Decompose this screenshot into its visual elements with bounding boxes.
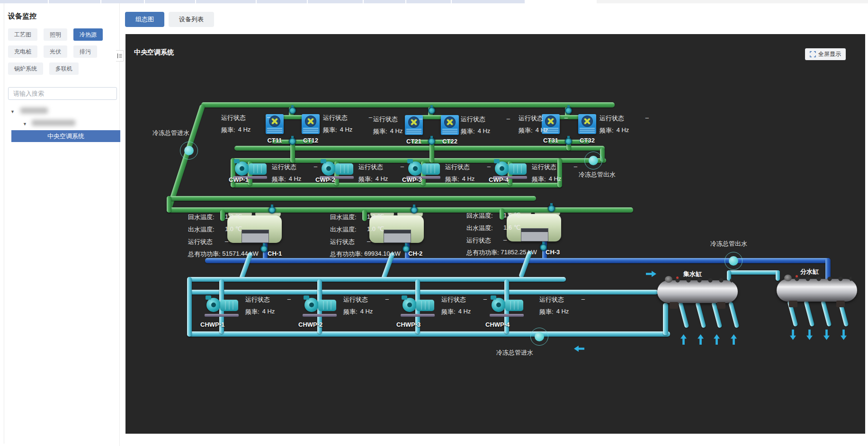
return-temp-label: 回水温度: xyxy=(330,213,367,222)
run-status-label: 运行状态 xyxy=(532,163,556,171)
tank-indicator xyxy=(796,275,798,277)
total-power-label: 总有功功率: xyxy=(188,250,221,259)
category-button-sewage[interactable]: 排污 xyxy=(73,45,97,58)
frequency-label: 频率: xyxy=(343,308,358,316)
sidebar: 设备监控 工艺图 照明 冷热源 充电桩 光伏 排污 锅炉系统 多联机 ▼ ▼ 中… xyxy=(4,3,120,446)
browser-tab[interactable] xyxy=(0,0,49,3)
browser-tab[interactable] xyxy=(364,0,406,3)
category-button-lighting[interactable]: 照明 xyxy=(44,28,67,41)
browser-tab[interactable] xyxy=(196,0,257,3)
pump-volute xyxy=(403,298,417,312)
return-temp-value: 1.6 ℃ xyxy=(503,212,520,220)
pipe-label-supply-outlet: 冷冻总管出水 xyxy=(710,240,747,248)
category-button-vrf[interactable]: 多联机 xyxy=(49,62,79,75)
valve-icon xyxy=(565,107,572,114)
device-id: CT31 xyxy=(537,137,565,144)
run-status-label: 运行状态 xyxy=(600,114,624,123)
tab-strip-filler xyxy=(597,0,868,3)
pump-chwp-2[interactable] xyxy=(301,295,339,317)
return-temp-label: 回水温度: xyxy=(188,213,225,222)
tab-device-list[interactable]: 设备列表 xyxy=(169,12,214,27)
cooling-tower-ct32[interactable] xyxy=(578,114,596,134)
tree-item-redacted[interactable] xyxy=(20,107,48,114)
run-status-value: – xyxy=(564,114,568,123)
browser-tab[interactable] xyxy=(452,0,526,3)
run-status-label: 运行状态 xyxy=(343,295,368,304)
run-status-value: – xyxy=(225,238,228,246)
ch-2-stats: 回水温度:1.9 ℃ 出水温度:1.0 ℃ 运行状态– 总有功功率: 69934… xyxy=(330,213,406,262)
cooling-tower-ct12[interactable] xyxy=(302,114,320,134)
frequency-label: 频率: xyxy=(600,126,614,135)
pipe-label-right-outlet: 冷冻总管出水 xyxy=(579,170,616,179)
browser-tab[interactable] xyxy=(257,0,308,3)
pump-volute xyxy=(408,161,422,176)
chwp-3-stats: 运行状态– 频率:4 Hz xyxy=(441,295,487,316)
flow-sensor-icon[interactable] xyxy=(530,328,548,346)
device-id: CT21 xyxy=(400,138,428,145)
category-button-pv[interactable]: 光伏 xyxy=(44,45,67,58)
fan-icon xyxy=(582,116,593,127)
device-id: CHWP-2 xyxy=(298,321,322,328)
chevron-down-icon[interactable]: ▼ xyxy=(10,109,15,114)
run-status-label: 运行状态 xyxy=(323,114,348,122)
flow-sensor-icon[interactable] xyxy=(584,152,602,169)
category-button-charging[interactable]: 充电桩 xyxy=(8,45,37,58)
sidebar-collapse-button[interactable] xyxy=(116,50,124,62)
browser-tab[interactable] xyxy=(101,0,145,3)
browser-tab[interactable] xyxy=(308,0,364,3)
run-status-label: 运行状态 xyxy=(539,295,564,304)
tab-diagram[interactable]: 组态图 xyxy=(125,12,164,27)
browser-tab-active[interactable] xyxy=(526,0,597,3)
device-id: CT12 xyxy=(296,137,325,144)
pump-chwp-3[interactable] xyxy=(399,295,437,317)
pipe-label-left-inlet: 冷冻总管进水 xyxy=(152,129,189,137)
tree-item-central-ac-selected[interactable]: 中央空调系统 xyxy=(11,130,120,142)
browser-tab[interactable] xyxy=(406,0,452,3)
frequency-label: 频率: xyxy=(519,126,533,135)
return-temp-value: 1.9 ℃ xyxy=(367,213,384,222)
device-id: CT32 xyxy=(573,137,601,144)
frequency-label: 频率: xyxy=(272,175,286,184)
search-input[interactable] xyxy=(8,87,117,100)
run-status-label: 运行状态 xyxy=(221,114,246,122)
sidebar-title: 设备监控 xyxy=(8,12,116,21)
flow-sensor-icon[interactable] xyxy=(180,142,198,160)
total-power-label: 总有功功率: xyxy=(330,250,363,259)
category-button-hvac-source[interactable]: 冷热源 xyxy=(73,28,103,41)
run-status-label: 运行状态 xyxy=(188,238,225,246)
total-power-label: 总有功功率: xyxy=(466,249,499,257)
tank-indicator xyxy=(676,277,679,279)
valve-icon xyxy=(411,206,418,214)
pump-chwp-1[interactable] xyxy=(203,295,241,317)
tank-ports xyxy=(795,277,851,281)
pipe xyxy=(167,196,171,213)
flow-sensor-icon[interactable] xyxy=(725,252,743,270)
device-id: CH-2 xyxy=(408,250,422,257)
run-status-label: 运行状态 xyxy=(445,163,470,171)
device-id: CH-1 xyxy=(268,250,282,257)
category-button-boiler[interactable]: 锅炉系统 xyxy=(8,62,43,75)
frequency-label: 频率: xyxy=(539,308,554,316)
category-button-process[interactable]: 工艺图 xyxy=(8,28,37,41)
cooling-tower-ct22[interactable] xyxy=(441,115,459,135)
pump-motor xyxy=(416,300,434,311)
flow-arrow-down-icon xyxy=(841,330,847,340)
run-status-value: – xyxy=(367,238,370,246)
device-id: CHWP-1 xyxy=(200,321,224,328)
fullscreen-button[interactable]: 全屏显示 xyxy=(805,48,846,60)
tank-flange xyxy=(784,275,792,281)
run-status-label: 运行状态 xyxy=(358,163,383,171)
flow-arrow-up-icon xyxy=(698,334,704,345)
flow-arrow-down-icon xyxy=(806,330,813,340)
device-id: CWP-1 xyxy=(229,176,249,183)
browser-tab[interactable] xyxy=(145,0,196,3)
distributor-tank[interactable] xyxy=(777,279,857,302)
run-status-label: 运行状态 xyxy=(330,238,367,246)
browser-tab[interactable] xyxy=(49,0,101,3)
collector-tank[interactable] xyxy=(657,280,738,303)
flow-arrow-up-icon xyxy=(731,334,737,345)
pump-chwp-4[interactable] xyxy=(488,295,526,317)
chevron-down-icon[interactable]: ▼ xyxy=(23,122,27,126)
tree-item-redacted[interactable] xyxy=(32,120,75,126)
chwp-2-stats: 运行状态– 频率:4 Hz xyxy=(343,295,389,316)
